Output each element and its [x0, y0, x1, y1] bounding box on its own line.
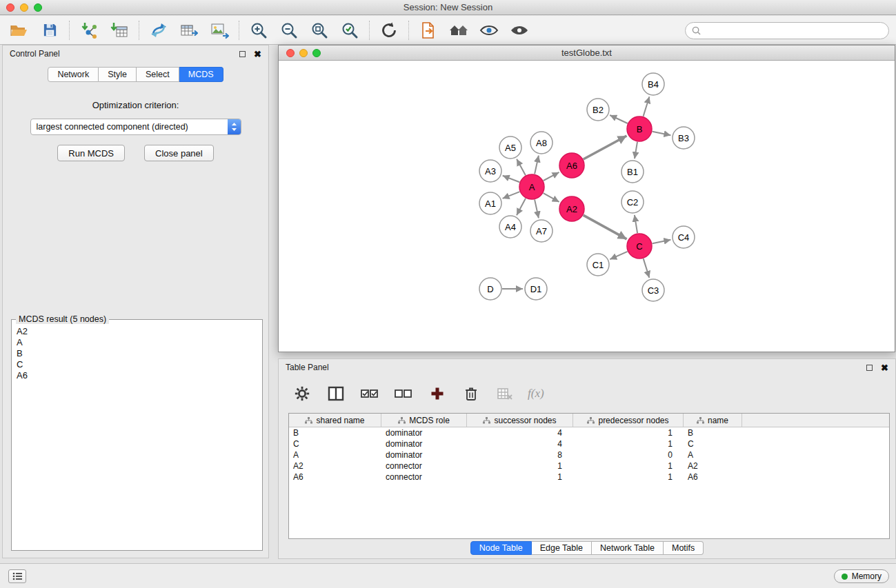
maximize-network-window-button[interactable]: [312, 49, 321, 57]
mcds-result-item[interactable]: C: [14, 359, 260, 370]
node-A[interactable]: A: [519, 174, 544, 199]
edge-A-A7[interactable]: [535, 200, 539, 219]
table-row[interactable]: Cdominator41C: [289, 438, 889, 449]
close-panel-icon[interactable]: ✖: [254, 50, 261, 59]
edge-A-A3[interactable]: [503, 176, 520, 182]
edge-C-C2[interactable]: [635, 215, 637, 233]
optimization-criterion-dropdown[interactable]: largest connected component (directed): [30, 119, 241, 135]
close-table-panel-icon[interactable]: ✖: [881, 363, 888, 372]
table-row[interactable]: Bdominator41B: [289, 427, 889, 438]
table-tab-motifs[interactable]: Motifs: [664, 541, 704, 555]
edge-C-C3[interactable]: [644, 258, 650, 278]
column-header-name[interactable]: name: [684, 414, 742, 427]
edge-A-A2[interactable]: [544, 193, 559, 202]
zoom-in-icon[interactable]: [248, 19, 270, 41]
export-image-icon[interactable]: [208, 19, 230, 41]
export-table-icon[interactable]: [178, 19, 200, 41]
node-B3[interactable]: B3: [673, 127, 695, 149]
import-table-from-file-icon[interactable]: [108, 19, 130, 41]
node-D[interactable]: D: [479, 278, 501, 300]
node-A8[interactable]: A8: [530, 132, 552, 154]
edge-B-B4[interactable]: [644, 97, 650, 116]
mcds-result-item[interactable]: A: [14, 337, 260, 348]
table-row[interactable]: Adominator80A: [289, 449, 889, 460]
node-A5[interactable]: A5: [499, 136, 521, 159]
control-tab-select[interactable]: Select: [137, 67, 179, 82]
birdseye-view-icon[interactable]: [478, 19, 500, 41]
node-B4[interactable]: B4: [642, 73, 664, 95]
zoom-selected-icon[interactable]: [339, 19, 361, 41]
node-A7[interactable]: A7: [530, 220, 552, 242]
node-B1[interactable]: B1: [621, 161, 644, 183]
node-B[interactable]: B: [627, 116, 652, 141]
float-table-panel-icon[interactable]: [866, 365, 873, 371]
minimize-window-button[interactable]: [20, 3, 28, 12]
edge-B-B1[interactable]: [635, 142, 637, 159]
edge-A-A4[interactable]: [517, 199, 526, 215]
edge-A2-C[interactable]: [584, 215, 627, 239]
refresh-network-view-icon[interactable]: [378, 19, 400, 41]
mcds-result-item[interactable]: B: [14, 348, 260, 359]
edge-B-B2[interactable]: [610, 115, 628, 123]
edge-C-C1[interactable]: [610, 252, 627, 259]
control-tab-style[interactable]: Style: [99, 67, 137, 82]
function-builder-icon[interactable]: f(x): [528, 387, 544, 401]
table-row[interactable]: A2connector11A2: [289, 460, 889, 472]
clone-network-icon[interactable]: [148, 19, 170, 41]
node-A6[interactable]: A6: [559, 153, 584, 178]
edge-C-C4[interactable]: [653, 240, 671, 243]
delete-table-icon[interactable]: [494, 383, 516, 405]
table-row[interactable]: A6connector11A6: [289, 472, 889, 483]
toggle-columns-icon[interactable]: [325, 383, 347, 405]
column-header-shared-name[interactable]: shared name: [289, 414, 381, 427]
edge-A-A5[interactable]: [517, 159, 526, 176]
column-header-MCDS-role[interactable]: MCDS role: [381, 414, 467, 427]
mcds-result-item[interactable]: A6: [14, 370, 260, 381]
close-network-window-button[interactable]: [286, 49, 295, 57]
node-A4[interactable]: A4: [499, 216, 521, 238]
mcds-result-item[interactable]: A2: [14, 326, 260, 337]
table-tab-network-table[interactable]: Network Table: [592, 541, 664, 555]
maximize-window-button[interactable]: [34, 3, 42, 12]
show-graphics-details-icon[interactable]: [508, 19, 530, 41]
node-C3[interactable]: C3: [642, 279, 664, 301]
column-header-successor-nodes[interactable]: successor nodes: [467, 414, 573, 427]
select-all-icon[interactable]: [359, 383, 381, 405]
node-D1[interactable]: D1: [525, 278, 547, 300]
settings-gear-icon[interactable]: [291, 383, 313, 405]
edge-A-A6[interactable]: [544, 172, 559, 181]
table-tab-edge-table[interactable]: Edge Table: [532, 541, 592, 555]
open-session-from-file-icon[interactable]: [417, 19, 439, 41]
home-view-icon[interactable]: [448, 19, 470, 41]
edge-A-A1[interactable]: [503, 192, 520, 199]
network-window-titlebar[interactable]: testGlobe.txt: [279, 45, 895, 61]
mcds-result-list[interactable]: A2ABCA6: [14, 326, 260, 548]
deselect-all-icon[interactable]: [392, 383, 415, 405]
search-input[interactable]: [705, 26, 882, 36]
minimize-network-window-button[interactable]: [299, 49, 308, 57]
search-box[interactable]: [685, 22, 889, 39]
control-tab-network[interactable]: Network: [48, 67, 99, 82]
delete-selected-icon[interactable]: [460, 383, 482, 405]
node-C[interactable]: C: [627, 234, 652, 258]
float-panel-icon[interactable]: [239, 51, 246, 57]
node-B2[interactable]: B2: [587, 99, 609, 121]
column-header-predecessor-nodes[interactable]: predecessor nodes: [573, 414, 684, 427]
control-tab-mcds[interactable]: MCDS: [179, 67, 223, 82]
add-column-icon[interactable]: [426, 383, 448, 405]
run-mcds-button[interactable]: Run MCDS: [57, 145, 125, 161]
task-history-button[interactable]: [8, 569, 26, 583]
network-canvas[interactable]: B4B2BB3A5A8A6B1A3AC2A1A2A4A7C4CC1C3DD1: [279, 61, 895, 352]
close-window-button[interactable]: [6, 3, 14, 12]
node-A3[interactable]: A3: [479, 160, 501, 182]
memory-button[interactable]: Memory: [834, 569, 889, 583]
zoom-out-icon[interactable]: [278, 19, 300, 41]
node-C4[interactable]: C4: [673, 226, 695, 248]
open-file-icon[interactable]: [8, 19, 30, 41]
save-session-icon[interactable]: [39, 19, 61, 41]
import-network-from-file-icon[interactable]: [78, 19, 100, 41]
node-C2[interactable]: C2: [621, 191, 644, 213]
zoom-fit-icon[interactable]: [308, 19, 330, 41]
node-A1[interactable]: A1: [479, 192, 501, 214]
close-panel-button[interactable]: Close panel: [144, 145, 214, 161]
